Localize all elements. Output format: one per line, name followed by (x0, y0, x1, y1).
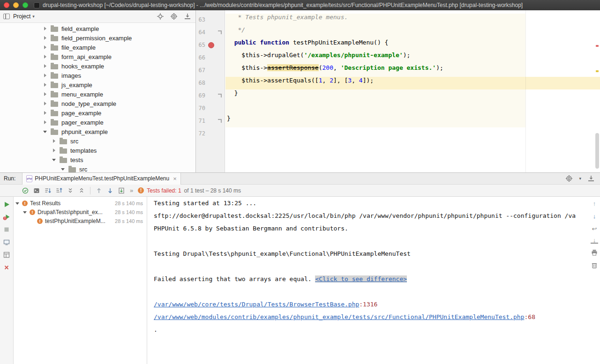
line-number[interactable]: 64 (196, 26, 205, 39)
chevron-right-icon[interactable] (43, 82, 48, 87)
chevron-right-icon[interactable] (43, 73, 48, 78)
test-tree-item[interactable]: !testPhpUnitExampleM...28 s 140 ms (14, 216, 147, 225)
gutter-line[interactable]: 64 (196, 26, 225, 39)
show-passed-icon[interactable] (20, 186, 31, 196)
chevron-right-icon[interactable] (52, 148, 57, 153)
close-tab-icon[interactable]: × (173, 176, 177, 182)
chevron-down-icon[interactable]: ▾ (32, 14, 35, 19)
line-number[interactable]: 71 (196, 115, 205, 127)
hide-panel-icon[interactable] (183, 12, 192, 21)
chevron-right-icon[interactable] (43, 36, 48, 40)
project-tree-item[interactable]: pager_example (0, 118, 195, 127)
down-stack-trace-icon[interactable]: ↓ (591, 212, 598, 220)
stop-icon[interactable] (3, 226, 10, 233)
gutter-line[interactable]: 69 (196, 89, 225, 102)
code-line[interactable]: $this->assertResponse(200, 'Description … (225, 64, 600, 77)
collapse-all-icon[interactable] (76, 186, 87, 196)
editor-code[interactable]: * Tests phpunit_example menus. */ public… (225, 10, 600, 172)
editor-gutter[interactable]: 63646566676869707172 (196, 10, 225, 172)
scrollbar-thumb[interactable] (595, 133, 599, 169)
chevron-right-icon[interactable] (43, 101, 48, 106)
minimize-window-button[interactable] (13, 2, 19, 8)
run-tab[interactable]: php PHPUnitExampleMenuTest.testPhpUnitEx… (22, 173, 180, 185)
warning-stripe-mark[interactable] (596, 70, 599, 72)
project-tree-item[interactable]: phpunit_example (0, 127, 195, 136)
hide-run-panel-icon[interactable] (587, 174, 595, 183)
error-stripe-mark[interactable] (596, 45, 599, 47)
console-file-link[interactable]: /var/www/web/modules/contrib/examples/ph… (154, 313, 525, 320)
code-line[interactable]: public function testPhpUnitExampleMenu()… (225, 39, 600, 52)
chevron-right-icon[interactable] (43, 45, 48, 50)
close-run-panel-icon[interactable] (3, 264, 10, 271)
chevron-right-icon[interactable] (43, 54, 48, 59)
zoom-window-button[interactable] (22, 2, 28, 8)
up-stack-trace-icon[interactable]: ↑ (591, 200, 598, 207)
fold-marker-icon[interactable] (218, 30, 222, 34)
line-number[interactable]: 65 (196, 39, 205, 52)
project-tree-item[interactable]: src (0, 164, 195, 172)
project-tree-item[interactable]: js_example (0, 80, 195, 89)
code-line[interactable]: */ (225, 26, 600, 39)
gutter-line[interactable]: 63 (196, 14, 225, 26)
line-number[interactable]: 68 (196, 77, 205, 89)
line-number[interactable]: 63 (196, 14, 205, 26)
run-settings-gear-icon[interactable] (565, 174, 573, 183)
print-icon[interactable] (591, 249, 598, 256)
sort-alphabetically-icon[interactable] (53, 186, 65, 196)
chevron-down-icon[interactable] (61, 167, 66, 171)
project-tree-item[interactable]: field_permission_example (0, 33, 195, 43)
editor-pane[interactable]: 63646566676869707172 * Tests phpunit_exa… (196, 10, 600, 172)
code-line[interactable] (225, 102, 600, 115)
sort-by-duration-icon[interactable] (42, 186, 53, 196)
line-number[interactable]: 72 (196, 127, 205, 140)
show-console-output-icon[interactable] (3, 238, 10, 246)
chevron-right-icon[interactable] (43, 64, 48, 68)
soft-wrap-icon[interactable]: ↩ (591, 225, 598, 232)
chevron-right-icon[interactable] (52, 139, 57, 143)
code-line[interactable]: $this->drupalGet('/examples/phpunit-exam… (225, 52, 600, 64)
run-tab-title[interactable]: PHPUnitExampleMenuTest.testPhpUnitExampl… (35, 175, 169, 182)
editor-scrollbar[interactable] (594, 10, 600, 172)
clear-all-icon[interactable] (591, 261, 598, 269)
console-file-link[interactable]: /var/www/web/core/tests/Drupal/Tests/Bro… (154, 301, 359, 308)
gutter-line[interactable]: 72 (196, 127, 225, 140)
rerun-icon[interactable] (3, 201, 10, 208)
chevron-down-icon[interactable] (43, 129, 48, 134)
test-tree-item[interactable]: !Drupal\Tests\phpunit_ex...28 s 140 ms (14, 208, 147, 216)
gutter-line[interactable]: 68 (196, 77, 225, 89)
project-tree-item[interactable]: page_example (0, 108, 195, 118)
previous-failed-test-icon[interactable] (93, 186, 105, 196)
project-tree-item[interactable]: node_type_example (0, 99, 195, 108)
project-tree-item[interactable]: src (0, 136, 195, 146)
show-console-icon[interactable] (31, 186, 42, 196)
code-line[interactable]: } (225, 115, 600, 127)
expand-all-icon[interactable] (65, 186, 76, 196)
code-line[interactable] (225, 127, 600, 140)
chevron-right-icon[interactable] (43, 120, 48, 125)
view-difference-link[interactable]: <Click to see difference> (315, 275, 407, 282)
project-tree-item[interactable]: hooks_example (0, 61, 195, 71)
rerun-failed-tests-icon[interactable]: ! (3, 213, 10, 221)
toolbar-overflow-chevron[interactable]: » (130, 187, 133, 194)
titlebar[interactable]: drupal-testing-workshop [~/Code/os/drupa… (0, 0, 600, 10)
project-tool-window-header[interactable]: Project ▾ (0, 10, 195, 23)
project-tree-item[interactable]: file_example (0, 43, 195, 52)
fold-marker-icon[interactable] (218, 94, 222, 97)
gear-icon[interactable] (170, 12, 178, 21)
code-line[interactable]: $this->assertEquals([1, 2], [3, 4]); (225, 77, 600, 89)
gutter-line[interactable]: 65 (196, 39, 225, 52)
scroll-from-source-icon[interactable] (156, 12, 165, 21)
gutter-line[interactable]: 66 (196, 52, 225, 64)
project-tree-item[interactable]: menu_example (0, 89, 195, 99)
scroll-to-end-icon[interactable]: ↓ (591, 238, 598, 244)
code-line[interactable]: } (225, 89, 600, 102)
code-line[interactable]: * Tests phpunit_example menus. (225, 14, 600, 26)
chevron-down-icon[interactable] (52, 157, 57, 162)
chevron-right-icon[interactable] (43, 111, 48, 115)
chevron-down-icon[interactable] (15, 201, 20, 206)
chevron-right-icon[interactable] (43, 26, 48, 31)
line-number[interactable]: 70 (196, 102, 205, 115)
test-tree-item[interactable]: !Test Results28 s 140 ms (14, 199, 147, 208)
fold-marker-icon[interactable] (218, 119, 222, 123)
gutter-line[interactable]: 71 (196, 115, 225, 127)
